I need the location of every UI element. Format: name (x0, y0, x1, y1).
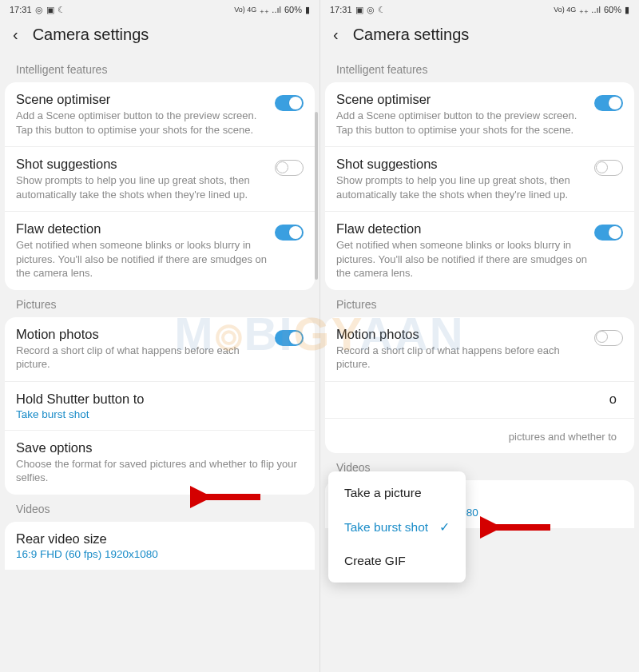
item-desc: Choose the format for saved pictures and… (16, 457, 297, 485)
item-title: Flaw detection (16, 221, 268, 237)
popup-option-burst-shot[interactable]: Take burst shot ✓ (328, 510, 466, 544)
picture-icon: ▣ (46, 5, 54, 15)
toggle-shot-suggestions[interactable] (594, 160, 623, 176)
item-title: Rear video size (16, 531, 297, 547)
status-time: 17:31 (10, 5, 32, 14)
card-videos: Rear video size 16:9 FHD (60 fps) 1920x1… (5, 522, 315, 570)
battery-icon: ▮ (625, 5, 629, 15)
network-label: Vo) 4G (554, 6, 576, 14)
toggle-scene-optimiser[interactable] (275, 95, 304, 111)
popup-option-take-picture[interactable]: Take a picture (328, 476, 466, 510)
item-scene-optimiser[interactable]: Scene optimiser Add a Scene optimiser bu… (325, 82, 634, 146)
moon-icon: ☾ (378, 5, 386, 15)
item-desc: Record a short clip of what happens befo… (336, 344, 588, 372)
item-title: Shot suggestions (336, 157, 588, 172)
section-pictures: Pictures (0, 290, 320, 317)
check-icon: ✓ (439, 519, 450, 535)
card-pictures: Motion photos Record a short clip of wha… (325, 317, 634, 454)
hold-shutter-popup: Take a picture Take burst shot ✓ Create … (328, 471, 466, 583)
section-pictures: Pictures (320, 290, 639, 317)
item-flaw-detection[interactable]: Flaw detection Get notified when someone… (5, 211, 315, 290)
item-title: Flaw detection (336, 221, 588, 237)
item-hold-shutter[interactable]: o (325, 381, 634, 418)
phone-left: 17:31 ◎ ▣ ☾ Vo) 4G ₊₊ ..ıl 60% ▮ ‹ Camer… (0, 0, 320, 672)
item-motion-photos[interactable]: Motion photos Record a short clip of wha… (5, 317, 315, 381)
battery-label: 60% (284, 5, 302, 14)
status-bar: 17:31 ▣ ◎ ☾ Vo) 4G ₊₊ ..ıl 60% ▮ (320, 0, 639, 18)
instagram-icon: ◎ (367, 5, 375, 15)
app-header: ‹ Camera settings (0, 18, 320, 55)
section-intelligent: Intelligent features (0, 55, 320, 82)
page-title: Camera settings (33, 26, 149, 44)
item-motion-photos[interactable]: Motion photos Record a short clip of wha… (325, 317, 634, 381)
item-hold-shutter[interactable]: Hold Shutter button to Take burst shot (5, 381, 315, 430)
picture-icon: ▣ (355, 5, 363, 15)
item-title: o (336, 392, 617, 407)
card-intelligent: Scene optimiser Add a Scene optimiser bu… (325, 82, 634, 290)
toggle-motion-photos[interactable] (275, 330, 304, 346)
status-time: 17:31 (330, 5, 352, 14)
item-value: 16:9 FHD (60 fps) 1920x1080 (16, 548, 297, 560)
battery-icon: ▮ (305, 5, 310, 15)
status-bar: 17:31 ◎ ▣ ☾ Vo) 4G ₊₊ ..ıl 60% ▮ (0, 0, 320, 18)
item-title: Scene optimiser (336, 92, 588, 107)
page-title: Camera settings (353, 26, 470, 44)
item-title: Scene optimiser (16, 92, 268, 107)
app-header: ‹ Camera settings (320, 18, 639, 55)
phone-right: 17:31 ▣ ◎ ☾ Vo) 4G ₊₊ ..ıl 60% ▮ ‹ Camer… (320, 0, 639, 672)
item-title: Hold Shutter button to (16, 392, 297, 407)
item-desc: Record a short clip of what happens befo… (16, 344, 268, 372)
item-desc: pictures and whether to (336, 430, 617, 444)
card-intelligent: Scene optimiser Add a Scene optimiser bu… (5, 82, 315, 290)
item-desc: Add a Scene optimiser button to the prev… (16, 109, 268, 137)
signal-icon: ₊₊ ..ıl (260, 5, 281, 15)
toggle-motion-photos[interactable] (594, 330, 623, 346)
section-intelligent: Intelligent features (320, 55, 639, 82)
item-desc: Get notified when someone blinks or look… (16, 238, 268, 280)
item-flaw-detection[interactable]: Flaw detection Get notified when someone… (325, 211, 634, 290)
scrollbar[interactable] (315, 112, 318, 280)
toggle-flaw-detection[interactable] (275, 225, 304, 241)
item-title: Motion photos (336, 327, 588, 342)
back-icon[interactable]: ‹ (333, 26, 339, 44)
popup-option-create-gif[interactable]: Create GIF (328, 544, 466, 578)
item-shot-suggestions[interactable]: Shot suggestions Show prompts to help yo… (325, 146, 634, 211)
item-value: Take burst shot (16, 408, 297, 420)
item-desc: Get notified when someone blinks or look… (336, 238, 588, 280)
item-save-options[interactable]: pictures and whether to (325, 418, 634, 454)
item-title: Motion photos (16, 327, 268, 342)
popup-option-label: Create GIF (344, 554, 406, 568)
back-icon[interactable]: ‹ (13, 26, 18, 44)
annotation-arrow-left (190, 486, 262, 508)
network-label: Vo) 4G (234, 6, 256, 14)
section-videos: Videos (0, 495, 320, 522)
toggle-scene-optimiser[interactable] (594, 95, 623, 111)
item-desc: Show prompts to help you line up great s… (336, 173, 588, 201)
item-title: Shot suggestions (16, 157, 268, 172)
signal-icon: ₊₊ ..ıl (579, 5, 601, 15)
item-save-options[interactable]: Save options Choose the format for saved… (5, 430, 315, 495)
toggle-flaw-detection[interactable] (594, 225, 623, 241)
popup-option-label: Take a picture (344, 486, 422, 500)
card-pictures: Motion photos Record a short clip of wha… (5, 317, 315, 495)
item-desc: Add a Scene optimiser button to the prev… (336, 109, 588, 137)
item-scene-optimiser[interactable]: Scene optimiser Add a Scene optimiser bu… (5, 82, 315, 146)
item-title: Save options (16, 440, 297, 455)
instagram-icon: ◎ (35, 5, 43, 15)
toggle-shot-suggestions[interactable] (275, 160, 304, 176)
item-rear-video[interactable]: Rear video size 16:9 FHD (60 fps) 1920x1… (5, 522, 315, 570)
item-shot-suggestions[interactable]: Shot suggestions Show prompts to help yo… (5, 146, 315, 211)
battery-label: 60% (604, 5, 621, 14)
item-desc: Show prompts to help you line up great s… (16, 173, 268, 201)
annotation-arrow-right (480, 516, 552, 539)
moon-icon: ☾ (58, 5, 65, 15)
popup-option-label: Take burst shot (344, 520, 428, 535)
